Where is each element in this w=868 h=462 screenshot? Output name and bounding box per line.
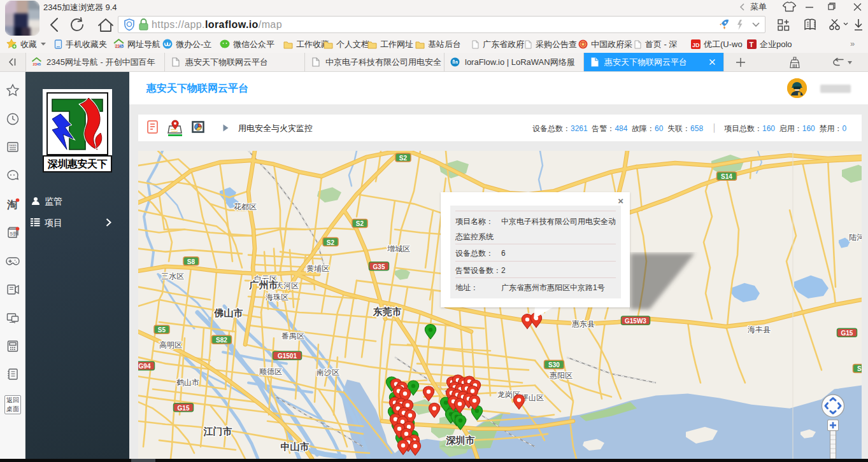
svg-text:G94: G94 [139, 363, 151, 370]
svg-text:S15: S15 [857, 365, 862, 372]
svg-text:淘: 淘 [6, 199, 17, 210]
svg-text:S30: S30 [548, 361, 560, 368]
svg-text:惠阳区: 惠阳区 [549, 371, 573, 380]
svg-text:花都区: 花都区 [234, 202, 257, 211]
svg-text:S2: S2 [399, 155, 408, 162]
svg-text:S82: S82 [216, 337, 227, 344]
svg-text:菜单: 菜单 [750, 2, 767, 11]
svg-text:G15W3: G15W3 [625, 318, 646, 325]
svg-text:news: news [9, 143, 17, 147]
svg-text:JD: JD [692, 42, 700, 48]
svg-text:天河区: 天河区 [276, 281, 299, 290]
svg-text:G35: G35 [373, 263, 385, 270]
svg-text:增城区: 增城区 [387, 244, 410, 253]
svg-text:陆河: 陆河 [849, 233, 862, 242]
svg-text:T: T [750, 41, 754, 48]
svg-text:鹤山市: 鹤山市 [176, 377, 199, 386]
svg-text:黄埔区: 黄埔区 [306, 264, 329, 273]
svg-text:高明区: 高明区 [159, 340, 182, 349]
svg-text:G15: G15 [178, 405, 190, 412]
svg-text:深圳市: 深圳市 [446, 435, 475, 445]
svg-text:广州市: 广州市 [249, 279, 278, 290]
svg-text:45: 45 [119, 44, 124, 48]
svg-text:45: 45 [37, 62, 41, 66]
svg-text:中山市: 中山市 [281, 441, 309, 452]
svg-text:海珠区: 海珠区 [266, 293, 288, 302]
svg-text:S2: S2 [356, 220, 364, 227]
svg-text:S14: S14 [721, 173, 732, 180]
svg-text:G15: G15 [841, 330, 853, 337]
svg-text:三水区: 三水区 [161, 272, 184, 281]
svg-text:S5: S5 [158, 326, 166, 333]
svg-text:江门市: 江门市 [203, 426, 232, 437]
svg-text:番禺区: 番禺区 [281, 332, 304, 340]
svg-text:佛山市: 佛山市 [214, 307, 243, 318]
svg-text:惠东县: 惠东县 [571, 319, 595, 328]
svg-text:5折: 5折 [10, 231, 18, 237]
svg-text:S2: S2 [327, 239, 335, 246]
svg-text:东莞市: 东莞市 [373, 306, 402, 317]
svg-text:海丰县: 海丰县 [748, 325, 771, 334]
svg-text:顺德区: 顺德区 [259, 367, 282, 376]
svg-text:S8: S8 [187, 258, 196, 265]
svg-text:G1501: G1501 [278, 353, 297, 360]
svg-text:南沙区: 南沙区 [317, 368, 339, 377]
